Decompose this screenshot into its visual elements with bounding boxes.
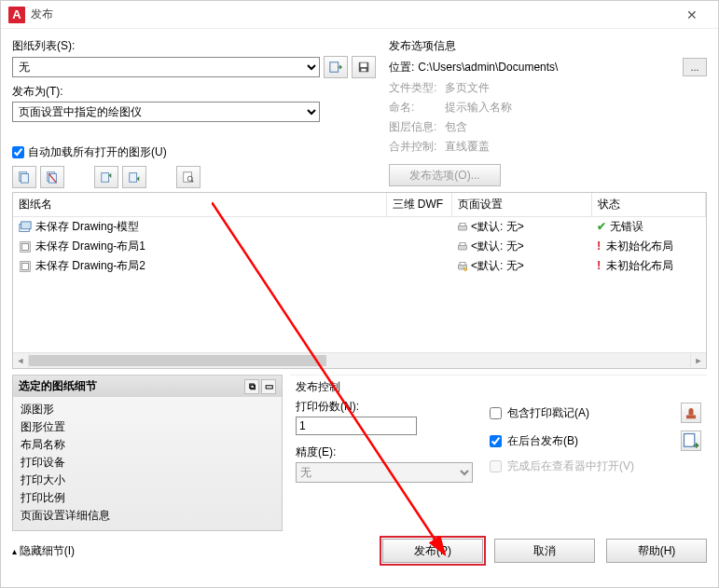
svg-rect-17 [460,223,465,226]
publish-options-button[interactable]: 发布选项(O)... [389,164,501,186]
layers-value: 包含 [445,119,707,135]
col-header-page[interactable]: 页面设置 [451,193,591,217]
layers-label: 图层信息: [389,119,445,135]
precision-select: 无 [296,462,473,483]
close-icon[interactable]: ✕ [673,7,711,22]
grid-horizontal-scrollbar[interactable]: ◄ ► [13,352,706,368]
table-row[interactable]: 未保存 Drawing-布局2<默认: 无>未初始化布局 [13,256,706,276]
svg-rect-9 [102,173,109,183]
stamp-settings-icon[interactable] [681,403,701,423]
cancel-button[interactable]: 取消 [494,539,595,563]
detail-header: 选定的图纸细节 [19,378,97,394]
help-button[interactable]: 帮助(H) [606,539,707,563]
scroll-right-icon[interactable]: ► [690,353,706,368]
publish-control-header: 发布控制 [296,379,701,395]
hide-details-toggle[interactable]: 隐藏细节(I) [12,543,371,559]
svg-rect-11 [184,172,192,183]
filetype-value: 多页文件 [445,80,707,96]
copies-label: 打印份数(N): [296,399,473,415]
sheet-grid: 图纸名 三维 DWF 页面设置 状态 未保存 Drawing-模型<默认: 无>… [12,192,707,369]
sheet-list-label: 图纸列表(S): [12,38,376,54]
remove-sheets-icon[interactable] [40,166,64,188]
save-sheet-icon[interactable] [352,56,376,78]
scroll-left-icon[interactable]: ◄ [13,353,29,368]
preview-icon[interactable] [176,166,200,188]
titlebar: A 发布 ✕ [1,1,718,29]
bg-publish-settings-icon[interactable] [681,431,701,451]
svg-rect-2 [361,63,367,67]
svg-rect-27 [686,416,696,419]
detail-paste-icon[interactable]: ▭ [261,379,276,394]
svg-rect-5 [21,174,29,184]
publish-as-select[interactable]: 页面设置中指定的绘图仪 [12,102,320,122]
detail-item[interactable]: 打印大小 [21,472,274,489]
detail-item[interactable]: 打印设备 [21,454,274,472]
svg-rect-21 [460,242,465,245]
detail-item[interactable]: 打印比例 [21,489,274,507]
publish-as-label: 发布为(T): [12,84,376,100]
svg-rect-25 [460,262,465,265]
table-row[interactable]: 未保存 Drawing-模型<默认: 无>无错误 [13,217,706,238]
detail-item[interactable]: 布局名称 [21,436,274,454]
publish-dialog: A 发布 ✕ 图纸列表(S): 无 发布为(T): 页面设置中指定的绘图 [0,0,719,588]
move-down-icon[interactable] [122,166,146,188]
copies-input[interactable] [296,417,417,435]
sheet-list-select[interactable]: 无 [12,57,320,77]
location-label: 位置: [389,60,414,75]
svg-rect-15 [21,222,32,229]
autoload-checkbox[interactable] [12,146,24,158]
publish-button[interactable]: 发布(P) [382,539,483,563]
col-header-status[interactable]: 状态 [591,193,706,217]
publish-control-panel: 发布控制 打印份数(N): 精度(E): 无 包含打印戳记(A) [290,375,707,531]
detail-item[interactable]: 图形位置 [21,418,274,436]
open-after-checkbox [490,460,502,472]
bg-publish-label: 在后台发布(B) [507,433,578,449]
col-header-name[interactable]: 图纸名 [13,193,386,217]
sheet-toolbar [12,166,376,188]
move-up-icon[interactable] [94,166,118,188]
open-after-label: 完成后在查看器中打开(V) [507,458,634,474]
naming-label: 命名: [389,100,445,116]
app-logo-icon: A [8,7,25,23]
detail-item[interactable]: 源图形 [21,401,274,418]
svg-rect-10 [130,173,137,183]
merge-label: 合并控制: [389,139,445,155]
svg-rect-28 [684,434,695,447]
precision-label: 精度(E): [296,444,473,460]
sheet-detail-panel: 选定的图纸细节 ⧉ ▭ 源图形图形位置布局名称打印设备打印大小打印比例页面设置详… [12,375,283,531]
include-stamp-checkbox[interactable] [490,407,502,419]
autoload-label: 自动加载所有打开的图形(U) [28,144,167,160]
publish-options-header: 发布选项信息 [389,38,707,54]
location-value: C:\Users\admin\Documents\ [418,61,558,74]
window-title: 发布 [31,7,673,22]
detail-copy-icon[interactable]: ⧉ [244,379,259,394]
col-header-3d[interactable]: 三维 DWF [386,193,451,217]
naming-value: 提示输入名称 [445,100,707,116]
include-stamp-label: 包含打印戳记(A) [507,405,589,421]
merge-value: 直线覆盖 [445,139,707,155]
bg-publish-checkbox[interactable] [490,435,502,447]
filetype-label: 文件类型: [389,80,445,96]
table-row[interactable]: 未保存 Drawing-布局1<默认: 无>未初始化布局 [13,237,706,256]
detail-item[interactable]: 页面设置详细信息 [21,507,274,525]
svg-rect-0 [330,62,339,73]
browse-location-button[interactable]: ... [683,58,707,76]
add-sheets-icon[interactable] [12,166,36,188]
svg-rect-3 [361,69,366,72]
import-sheet-icon[interactable] [324,56,348,78]
